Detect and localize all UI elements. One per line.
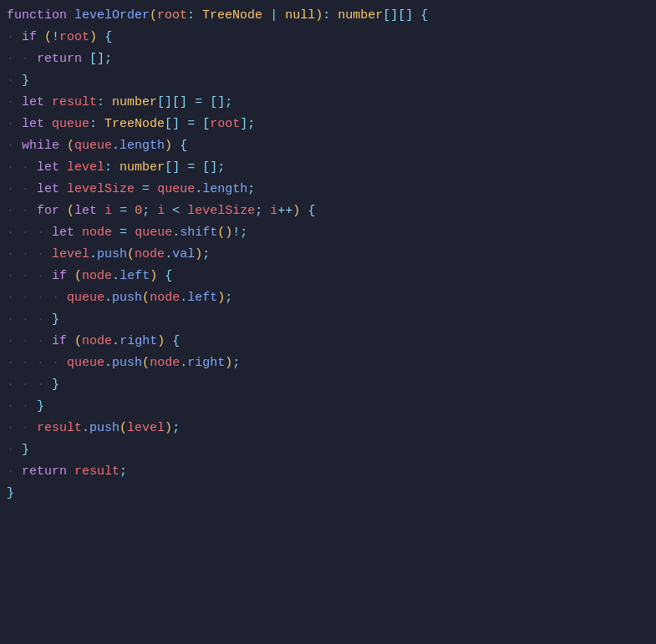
token-kw: while: [22, 136, 59, 156]
token-plain: [97, 201, 104, 221]
token-var: levelSize: [187, 201, 255, 221]
token-var: level: [67, 158, 104, 178]
token-plain: [262, 201, 270, 221]
indent-guide: ·: [7, 440, 22, 460]
token-plain: [157, 266, 165, 287]
token-fn-name: shift: [180, 223, 217, 243]
code-line: · · · level.push(node.val);: [0, 244, 656, 266]
token-colon: ;: [172, 418, 180, 439]
token-paren: ): [157, 332, 165, 352]
token-kw: function: [7, 6, 67, 26]
indent-guide: ·: [22, 245, 37, 265]
token-paren: ): [292, 201, 300, 221]
indent-guide: ·: [37, 353, 52, 373]
token-var: node: [82, 332, 112, 352]
indent-guide: ·: [22, 288, 37, 308]
indent-guide: ·: [7, 462, 22, 482]
token-plain: [44, 114, 52, 134]
token-var: node: [135, 245, 165, 265]
indent-guide: ·: [22, 266, 37, 287]
token-plain: [180, 114, 187, 134]
token-plain: [277, 6, 285, 26]
token-plain: [59, 158, 67, 178]
token-punct: [][]: [383, 6, 413, 26]
token-colon: .: [112, 266, 120, 287]
token-plain: [37, 28, 44, 48]
token-paren: (: [150, 6, 157, 26]
token-op: ++: [277, 201, 292, 221]
token-kw: let: [37, 158, 59, 178]
token-colon: .: [172, 223, 180, 243]
token-colon: ;: [225, 288, 232, 308]
token-plain: [112, 158, 120, 178]
token-var: queue: [67, 288, 104, 308]
token-prop: right: [120, 332, 157, 352]
token-kw: let: [22, 93, 44, 113]
token-colon: .: [104, 353, 112, 373]
token-plain: [112, 223, 120, 243]
code-line: · · · if (node.left) {: [0, 266, 656, 287]
token-plain: [300, 201, 308, 221]
indent-guide: ·: [37, 375, 52, 395]
token-var: queue: [74, 136, 112, 156]
indent-guide: ·: [7, 114, 22, 134]
token-plain: [195, 158, 202, 178]
token-paren: ): [225, 353, 232, 373]
indent-guide: ·: [22, 353, 37, 373]
token-punct: []: [165, 114, 180, 134]
indent-guide: ·: [7, 136, 22, 156]
token-var: queue: [135, 223, 172, 243]
token-plain: [67, 332, 74, 352]
token-plain: [59, 180, 67, 200]
token-kw: if: [52, 266, 67, 287]
token-colon: ;: [240, 223, 247, 243]
token-plain: [112, 201, 120, 221]
token-num: 0: [135, 201, 142, 221]
token-colon: ;: [202, 245, 210, 265]
indent-guide: ·: [37, 223, 52, 243]
token-colon: :: [97, 93, 104, 113]
indent-guide: ·: [7, 28, 22, 48]
token-paren: ): [165, 136, 172, 156]
indent-guide: ·: [37, 245, 52, 265]
indent-guide: ·: [37, 310, 52, 330]
token-var: node: [82, 266, 112, 287]
token-paren: (: [142, 288, 150, 308]
code-line: · while (queue.length) {: [0, 135, 656, 157]
token-plain: [180, 201, 187, 221]
token-type: TreeNode: [202, 6, 262, 26]
token-var: levelSize: [67, 180, 135, 200]
token-colon: .: [112, 332, 120, 352]
token-colon: .: [82, 418, 89, 439]
token-punct: []: [89, 49, 104, 69]
token-punct: }: [52, 375, 59, 395]
token-colon: .: [89, 245, 97, 265]
token-paren: ): [217, 288, 225, 308]
token-paren: (: [67, 201, 74, 221]
indent-guide: ·: [22, 418, 37, 439]
token-kw: if: [52, 332, 67, 352]
token-paren: (): [217, 223, 232, 243]
token-prop: left: [120, 266, 150, 287]
token-colon: :: [89, 114, 97, 134]
token-type: number: [120, 158, 165, 178]
code-line: · · · · queue.push(node.left);: [0, 287, 656, 309]
indent-guide: ·: [22, 223, 37, 243]
code-line: · · let levelSize = queue.length;: [0, 179, 656, 200]
token-punct: }: [22, 71, 29, 91]
token-colon: ;: [247, 180, 255, 200]
code-line: }: [0, 483, 656, 505]
token-colon: ;: [255, 201, 262, 221]
indent-guide: ·: [22, 158, 37, 178]
token-colon: .: [104, 288, 112, 308]
indent-guide: ·: [22, 310, 37, 330]
token-var: i: [104, 201, 112, 221]
code-line: · · let level: number[] = [];: [0, 157, 656, 179]
token-punct: ]: [240, 114, 247, 134]
token-var: i: [270, 201, 277, 221]
code-line: function levelOrder(root: TreeNode | nul…: [0, 5, 656, 27]
code-line: · if (!root) {: [0, 27, 656, 48]
token-plain: [59, 201, 67, 221]
token-fn-name: levelOrder: [74, 6, 150, 26]
token-plain: [104, 93, 112, 113]
